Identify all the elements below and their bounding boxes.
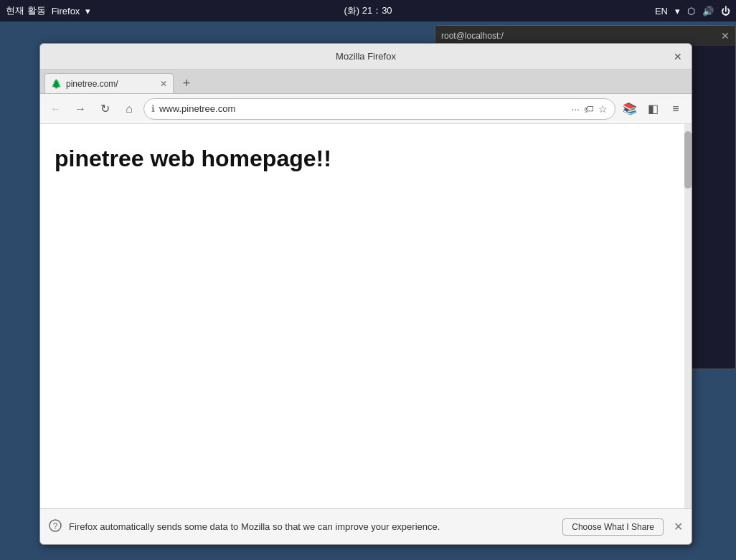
- terminal-close-button[interactable]: ✕: [721, 30, 730, 42]
- taskbar: 현재 활동 Firefox ▾ (화) 21：30 EN ▾ ⬡ 🔊 ⏻: [0, 0, 736, 22]
- firefox-dropdown-icon[interactable]: ▾: [85, 6, 90, 16]
- browser-titlebar: Mozilla Firefox ✕: [40, 44, 692, 70]
- menu-button[interactable]: ≡: [666, 99, 686, 119]
- address-input[interactable]: [159, 103, 567, 114]
- notification-text: Firefox automatically sends some data to…: [69, 521, 555, 532]
- svg-text:?: ?: [53, 521, 58, 531]
- page-heading: pinetree web homepage!!: [55, 146, 677, 172]
- address-bar-actions: ··· 🏷 ☆: [571, 103, 608, 115]
- browser-tab[interactable]: 🌲 pinetree.com/ ✕: [44, 73, 174, 93]
- tab-favicon: 🌲: [51, 79, 62, 89]
- navigation-bar: ← → ↻ ⌂ ℹ ··· 🏷 ☆ 📚 ◧: [40, 94, 692, 124]
- forward-button[interactable]: →: [70, 99, 90, 119]
- reader-view-button[interactable]: ◧: [643, 99, 663, 119]
- tab-close-button[interactable]: ✕: [160, 79, 167, 89]
- scrollbar[interactable]: [684, 124, 692, 508]
- network-icon: ⬡: [687, 6, 695, 16]
- app-name-label[interactable]: 현재 활동: [6, 4, 46, 17]
- tab-bar: 🌲 pinetree.com/ ✕ +: [40, 70, 692, 94]
- address-info-icon: ℹ: [151, 103, 155, 114]
- tab-label: pinetree.com/: [66, 79, 118, 89]
- browser-content: pinetree web homepage!!: [40, 124, 692, 508]
- more-options-button[interactable]: ···: [571, 103, 580, 115]
- pocket-button[interactable]: 🏷: [584, 103, 594, 115]
- taskbar-datetime: (화) 21：30: [344, 4, 392, 17]
- bookmark-button[interactable]: ☆: [598, 103, 608, 115]
- choose-what-share-button[interactable]: Choose What I Share: [562, 518, 664, 536]
- volume-icon[interactable]: 🔊: [702, 6, 714, 16]
- home-button[interactable]: ⌂: [119, 99, 139, 119]
- terminal-title: root@localhost:/: [441, 31, 504, 41]
- taskbar-left: 현재 활동 Firefox ▾: [6, 4, 90, 17]
- notification-close-button[interactable]: ✕: [674, 520, 683, 533]
- browser-title: Mozilla Firefox: [336, 51, 396, 62]
- browser-window: Mozilla Firefox ✕ 🌲 pinetree.com/ ✕ + ← …: [39, 43, 692, 545]
- reload-button[interactable]: ↻: [95, 99, 115, 119]
- address-bar[interactable]: ℹ ··· 🏷 ☆: [143, 98, 615, 120]
- notification-bar: ? Firefox automatically sends some data …: [40, 508, 692, 544]
- taskbar-right: EN ▾ ⬡ 🔊 ⏻: [655, 6, 730, 16]
- power-icon[interactable]: ⏻: [721, 6, 730, 16]
- browser-window-close-button[interactable]: ✕: [671, 50, 684, 63]
- library-button[interactable]: 📚: [620, 99, 640, 119]
- language-label[interactable]: EN: [655, 6, 668, 16]
- nav-right-actions: 📚 ◧ ≡: [620, 99, 686, 119]
- scrollbar-thumb[interactable]: [684, 131, 692, 189]
- back-button[interactable]: ←: [46, 99, 66, 119]
- notification-icon: ?: [49, 519, 62, 535]
- new-tab-button[interactable]: +: [176, 73, 197, 93]
- language-dropdown-icon[interactable]: ▾: [675, 6, 680, 16]
- firefox-label[interactable]: Firefox: [52, 6, 80, 16]
